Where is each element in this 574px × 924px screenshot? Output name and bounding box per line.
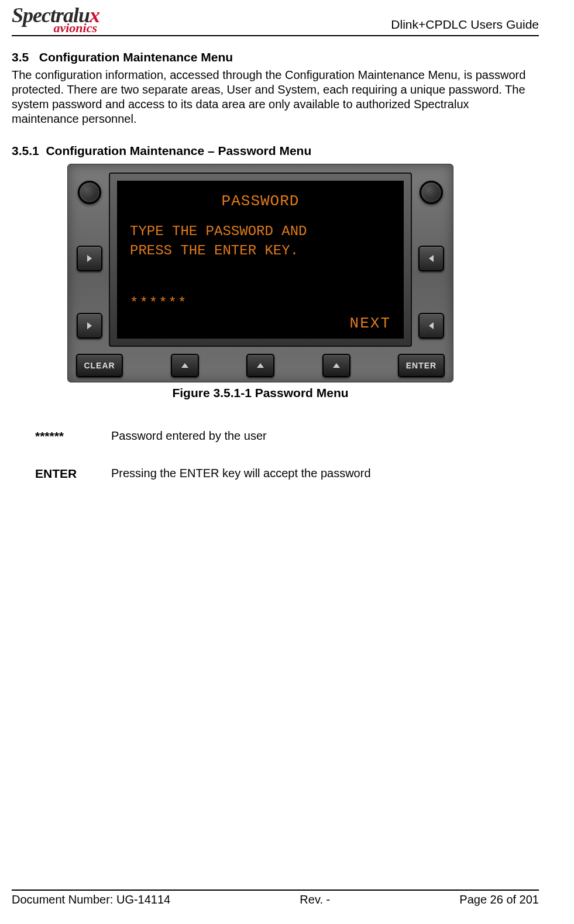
page-header: Spectralux avionics Dlink+CPDLC Users Gu… [12,6,539,36]
logo: Spectralux avionics [12,6,99,34]
screen-password-field[interactable]: ****** [130,294,187,313]
definition-term: ****** [35,429,111,443]
left-side-column [74,173,105,347]
clear-button[interactable]: CLEAR [76,354,123,377]
section-title: Configuration Maintenance Menu [39,50,233,64]
screen-title: PASSWORD [130,191,391,212]
section-num: 3.5 [12,50,29,64]
left-softkey-2[interactable] [77,313,102,339]
footer-left: Document Number: UG-14114 [12,893,170,906]
definition-desc: Pressing the ENTER key will accept the p… [111,467,539,481]
screen-line-2: PRESS THE ENTER KEY. [130,242,391,260]
right-softkey-1[interactable] [418,246,444,271]
left-softkey-1[interactable] [77,246,102,271]
svg-marker-6 [333,363,340,368]
device-bezel: PASSWORD TYPE THE PASSWORD AND PRESS THE… [67,164,453,382]
footer-center: Rev. - [300,893,330,906]
subsection-title: Configuration Maintenance – Password Men… [46,144,311,157]
subsection-num: 3.5.1 [12,144,39,157]
up-arrow-button-3[interactable] [322,354,350,377]
definition-desc: Password entered by the user [111,429,539,443]
definition-row: ****** Password entered by the user [35,429,539,443]
svg-marker-5 [257,363,264,368]
screen-line-1: TYPE THE PASSWORD AND [130,222,391,241]
device-bottom-row: CLEAR ENTER [74,350,447,377]
right-knob[interactable] [420,181,443,204]
footer-right: Page 26 of 201 [459,893,539,906]
definitions: ****** Password entered by the user ENTE… [35,429,539,481]
right-softkey-2[interactable] [418,313,444,339]
page-footer: Document Number: UG-14114 Rev. - Page 26… [12,889,539,906]
figure-caption: Figure 3.5.1-1 Password Menu [67,386,453,400]
screen-bezel: PASSWORD TYPE THE PASSWORD AND PRESS THE… [109,173,412,347]
section-heading: 3.5 Configuration Maintenance Menu [12,50,539,64]
up-arrow-button-1[interactable] [171,354,199,377]
definition-term: ENTER [35,467,111,481]
svg-marker-2 [429,255,434,262]
enter-button[interactable]: ENTER [398,354,445,377]
subsection-heading: 3.5.1 Configuration Maintenance – Passwo… [12,144,539,158]
doc-title: Dlink+CPDLC Users Guide [391,18,539,34]
left-knob[interactable] [78,181,101,204]
figure: PASSWORD TYPE THE PASSWORD AND PRESS THE… [67,164,539,400]
svg-marker-4 [181,363,188,368]
up-arrow-button-2[interactable] [246,354,274,377]
svg-marker-1 [87,322,92,329]
screen: PASSWORD TYPE THE PASSWORD AND PRESS THE… [117,181,404,339]
svg-marker-0 [87,255,92,262]
section-body: The configuration information, accessed … [12,68,539,126]
svg-marker-3 [429,322,434,329]
right-side-column [415,173,447,347]
definition-row: ENTER Pressing the ENTER key will accept… [35,467,539,481]
screen-next-label: NEXT [350,313,391,334]
